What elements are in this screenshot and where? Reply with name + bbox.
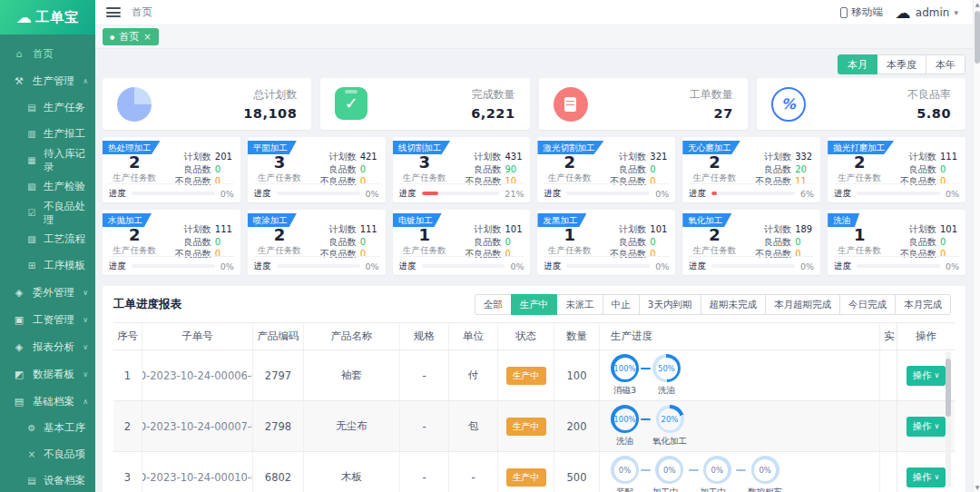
process-card-oil-washing: 洗油 1生产任务数 计划数101 良品数0 不良品数0 进度0% [828,210,965,275]
home-icon: ⌂ [12,48,26,60]
production-icon: ⚒ [12,75,26,87]
step-connector [641,469,651,471]
period-tab-month[interactable]: 本月 [838,54,877,74]
process-card-electroplating: 电镀加工 1生产任务数 计划数101 良品数0 不良品数0 进度0% [393,210,531,275]
defect-handle-icon: ☑ [25,208,38,218]
process-name-badge: 电镀加工 [393,213,442,227]
hamburger-menu-icon[interactable] [106,7,121,17]
tab-home[interactable]: ● 首页 × [103,28,159,45]
step-progress-ring: 0% [611,456,639,484]
scroll-up-arrow-icon[interactable]: ▲ [974,0,980,9]
progress-bar [422,192,500,195]
filter-due-3-days[interactable]: 3天内到期 [639,294,701,315]
app-logo-text: 工单宝 [35,9,79,26]
table-scrollbar[interactable] [946,351,951,487]
filter-all[interactable]: 全部 [475,294,512,315]
sidebar-item-report-analysis[interactable]: ◈ 报表分析 ∨ [0,333,95,360]
sidebar-item-production-task[interactable]: ▤ 生产任务 [0,94,95,121]
process-card-surface: 平面加工 3生产任务数 计划数421 良品数0 不良品数0 进度0% [248,137,386,202]
mobile-link[interactable]: 移动端 [840,5,883,19]
process-name-badge: 水抛加工 [103,213,152,227]
percent-icon: % [771,87,806,122]
process-name-badge: 线切割加工 [393,141,451,154]
sidebar-item-defect-handling[interactable]: ☑ 不良品处理 [0,200,95,226]
filter-done-this-month[interactable]: 本月完成 [895,294,951,315]
sidebar-item-wage-mgmt[interactable]: ▣ 工资管理 ∨ [0,306,95,333]
filter-in-production[interactable]: 生产中 [511,294,558,315]
caret-down-icon: ∨ [935,473,940,481]
app-window: ☁ 工单宝 ⌂ 首页 ⚒ 生产管理 ∧ ▤ 生产任务 ▥ 生产报工 ▦ [0,0,980,492]
chevron-down-icon: ∨ [83,289,88,297]
sidebar-item-process-flow[interactable]: ▨ 工艺流程 [0,226,95,252]
filter-overdue-incomplete[interactable]: 超期未完成 [701,294,767,315]
row-action-button[interactable]: 操作∨ [906,467,946,487]
chevron-down-icon: ∨ [83,316,88,324]
process-name-badge: 平面加工 [248,141,297,154]
sidebar-item-production-inspection[interactable]: ▧ 生产检验 [0,173,95,200]
cloud-logo-icon: ☁ [16,10,32,25]
progress-bar [132,192,215,195]
scroll-down-arrow-icon[interactable]: ▼ [974,483,980,492]
analysis-icon: ◈ [12,341,26,353]
sidebar-item-inbound-records[interactable]: ▦ 待入库记录 [0,147,95,173]
period-tab-quarter[interactable]: 本季度 [877,54,926,74]
stat-card-completed: ✓ 完成数量 6,221 [320,78,529,130]
device-icon: ▤ [25,476,38,486]
clipboard-icon [554,87,588,122]
process-card-heat-treatment: 热处理加工 2生产任务数 计划数201 良品数0 不良品数0 进度0% [103,137,240,202]
sidebar-item-device-archives[interactable]: ▤ 设备档案 [0,467,95,492]
sidebar-item-outsourcing-mgmt[interactable]: ◈ 委外管理 ∨ [0,279,95,306]
table-row: 1 GD-2023-10-24-00006-01 2797 袖套 - 付 生产中… [113,350,955,401]
progress-bar [277,192,360,195]
chevron-up-icon: ∧ [83,77,88,85]
table-header: 序号 子单号 产品编码 产品名称 规格 单位 状态 数量 生产进度 实 操作 [113,322,955,350]
tab-dot-icon: ● [110,34,114,40]
process-name-badge: 发黑加工 [537,213,586,227]
filter-done-today[interactable]: 今日完成 [839,294,896,315]
page-scrollbar-thumb[interactable] [975,11,980,64]
progress-bar [566,192,650,195]
sidebar-item-data-board[interactable]: ◩ 数据看板 ∨ [0,360,95,388]
breadcrumb[interactable]: 首页 [132,5,152,19]
progress-bar [132,264,215,268]
sidebar-item-basic-process[interactable]: ⚙ 基本工序 [0,415,95,441]
sidebar-item-home[interactable]: ⌂ 首页 [0,40,95,67]
row-action-button[interactable]: 操作∨ [906,366,946,386]
page-scrollbar[interactable]: ▲ ▼ [973,0,980,492]
chevron-up-icon: ∧ [83,398,88,406]
progress-bar [857,192,940,195]
main-area: 首页 移动端 ☁ admin ▾ ● 首页 × [95,0,980,492]
filter-unassigned[interactable]: 未派工 [556,294,603,315]
table-row: 2 GD-2023-10-24-00007-01 2798 无尘布 - 包 生产… [113,401,955,452]
table-row: 3 GD-2023-10-24-00010-01 6802 木板 - - 生产中… [113,452,955,492]
pie-chart-icon [117,87,152,122]
filter-month-overdue-done[interactable]: 本月超期完成 [765,294,840,315]
archive-icon: ▤ [12,396,26,408]
process-card-water-polish: 水抛加工 2生产任务数 计划数111 良品数0 不良品数0 进度0% [103,210,240,275]
tab-close-icon[interactable]: × [143,32,151,42]
process-name-badge: 喷涂加工 [248,213,297,227]
sidebar-item-process-template[interactable]: ⊞ 工序模板 [0,252,95,279]
process-name-badge: 洗油 [828,213,859,227]
process-name-badge: 激光切割加工 [537,141,603,154]
period-tab-year[interactable]: 本年 [926,54,965,74]
step-connector [641,368,651,369]
sidebar-item-production-mgmt[interactable]: ⚒ 生产管理 ∧ [0,67,95,94]
process-card-spray-coating: 喷涂加工 2生产任务数 计划数111 良品数0 不良品数0 进度0% [248,210,386,275]
inbound-icon: ▦ [25,155,38,165]
process-cards-grid: 热处理加工 2生产任务数 计划数201 良品数0 不良品数0 进度0% 平面加工 [103,137,965,275]
filter-suspended[interactable]: 中止 [603,294,640,315]
inspect-icon: ▧ [25,182,38,192]
row-action-button[interactable]: 操作∨ [906,417,946,437]
process-card-blackening: 发黑加工 1生产任务数 计划数101 良品数0 不良品数0 进度0% [537,210,675,275]
task-icon: ▤ [25,103,38,113]
sidebar-item-basic-archives[interactable]: ▤ 基础档案 ∧ [0,388,95,415]
app-logo: ☁ 工单宝 [0,0,95,34]
sidebar-item-production-report[interactable]: ▥ 生产报工 [0,121,95,147]
user-menu[interactable]: ☁ admin ▾ [896,4,958,22]
stat-card-work-orders: 工单数量 27 [539,78,748,130]
production-progress-steps: 100%洗油 20%氧化加工 [611,405,687,448]
sidebar-item-defect-items[interactable]: × 不良品项 [0,441,95,467]
progress-bar [711,192,795,195]
step-progress-ring: 0% [703,456,731,484]
